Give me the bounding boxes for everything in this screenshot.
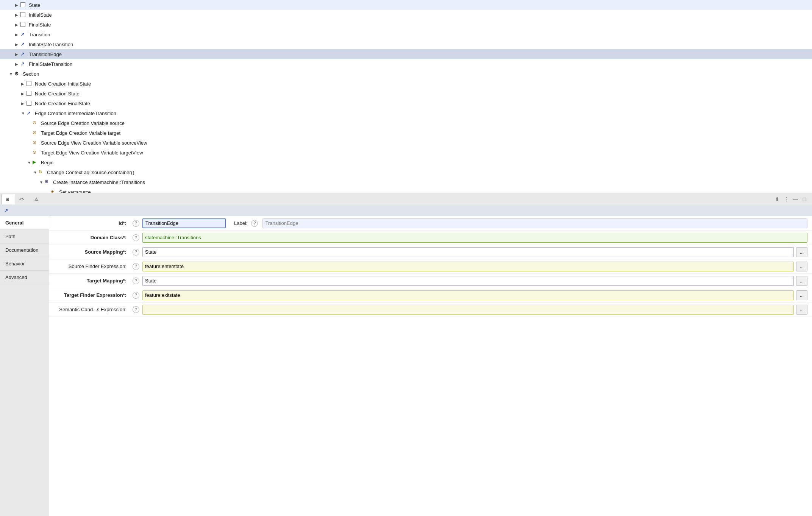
tree-icon-begin: ▶: [33, 159, 39, 165]
btn-source-finder-row[interactable]: ...: [796, 262, 807, 271]
form-label-target-finder-row: Target Finder Expression*:: [54, 292, 130, 298]
tree-label: Edge Creation intermediateTransition: [35, 111, 116, 116]
tree-arrow: ▼: [33, 170, 39, 175]
tree-arrow: ▼: [9, 72, 14, 76]
help-icon-target-mapping-row[interactable]: ?: [133, 277, 139, 284]
sidebar-item-general[interactable]: General: [0, 216, 49, 230]
tree-label: InitialState: [29, 12, 52, 18]
form-field-domain-class-row: [142, 233, 807, 243]
tree-item-nc-initialstate[interactable]: ▶Node Creation InitialState: [0, 79, 812, 89]
input-domain-class-row[interactable]: [142, 233, 807, 243]
tree-item-transitionedge[interactable]: ▶↗TransitionEdge: [0, 49, 812, 59]
input-id-row[interactable]: [142, 218, 226, 228]
tree-label: InitialStateTransition: [29, 42, 73, 47]
tree-icon-node: [20, 22, 27, 28]
tree-item-src-var[interactable]: ⊙Source Edge Creation Variable source: [0, 118, 812, 128]
label2-id-row: Label:: [234, 220, 247, 226]
minimize-button[interactable]: —: [792, 195, 799, 203]
btn-source-mapping-row[interactable]: ...: [796, 247, 807, 257]
tree-item-tgt-var[interactable]: ⊙Target Edge Creation Variable target: [0, 128, 812, 138]
section-title-icon: ↗: [4, 207, 8, 214]
tree-item-state[interactable]: ▶State: [0, 0, 812, 10]
tab-problems[interactable]: ⚠: [30, 194, 44, 204]
tree-item-finalstate[interactable]: ▶FinalState: [0, 20, 812, 30]
help-icon-semantic-cand-row[interactable]: ?: [133, 306, 139, 313]
tree-arrow: ▶: [15, 3, 20, 7]
tree-icon-edge: ↗: [27, 110, 33, 116]
tree-label: Node Creation FinalState: [35, 101, 90, 106]
export-button[interactable]: ⬆: [773, 195, 781, 203]
tree-icon-variable: ⊙: [33, 140, 39, 146]
input-target-mapping-row[interactable]: [142, 276, 794, 286]
form-row-target-finder-row: Target Finder Expression*:? ...: [49, 288, 812, 302]
sidebar-item-advanced[interactable]: Advanced: [0, 271, 49, 284]
form-row-source-mapping-row: Source Mapping*:? ...: [49, 245, 812, 259]
help-icon-source-finder-row[interactable]: ?: [133, 263, 139, 270]
input2-id-row[interactable]: [262, 218, 807, 228]
props-sidebar: GeneralPathDocumentationBehaviorAdvanced: [0, 216, 49, 516]
tab-properties[interactable]: ⊞: [2, 194, 15, 204]
form-row-target-mapping-row: Target Mapping*:? ...: [49, 274, 812, 288]
btn-target-finder-row[interactable]: ...: [796, 290, 807, 300]
maximize-button[interactable]: □: [801, 195, 808, 203]
tree-label: Create Instance statemachine::Transition…: [53, 179, 145, 185]
tree-label: TransitionEdge: [29, 51, 62, 57]
tree-item-nc-state[interactable]: ▶Node Creation State: [0, 89, 812, 98]
sidebar-item-documentation[interactable]: Documentation: [0, 243, 49, 257]
tree-item-initialstate[interactable]: ▶InitialState: [0, 10, 812, 20]
menu-button[interactable]: ⋮: [782, 195, 790, 203]
form-label-target-mapping-row: Target Mapping*:: [54, 278, 130, 284]
help-icon-id-row[interactable]: ?: [133, 220, 139, 227]
form-label-source-mapping-row: Source Mapping*:: [54, 249, 130, 255]
input-source-finder-row[interactable]: [142, 262, 794, 271]
tree-item-set-source[interactable]: ◈Set var:source: [0, 187, 812, 193]
tree-item-initialstatetransition[interactable]: ▶↗InitialStateTransition: [0, 39, 812, 49]
tree-item-create-inst[interactable]: ▼⊞Create Instance statemachine::Transiti…: [0, 177, 812, 187]
help-icon2-id-row[interactable]: ?: [251, 220, 258, 227]
help-icon-source-mapping-row[interactable]: ?: [133, 249, 139, 256]
tree-icon-set: ◈: [51, 189, 58, 193]
sidebar-item-behavior[interactable]: Behavior: [0, 257, 49, 271]
tree-item-finalstatetransition[interactable]: ▶↗FinalStateTransition: [0, 59, 812, 69]
tree-label: Begin: [41, 160, 53, 165]
tree-item-nc-finalstate[interactable]: ▶Node Creation FinalState: [0, 98, 812, 108]
tab-actions: ⬆ ⋮ — □: [773, 195, 810, 203]
tree-item-srcview-var[interactable]: ⊙Source Edge View Creation Variable sour…: [0, 138, 812, 148]
tree-label: Target Edge View Creation Variable targe…: [41, 150, 143, 156]
form-row-semantic-cand-row: Semantic Cand...s Expression:? ...: [49, 302, 812, 317]
tree-label: Target Edge Creation Variable target: [41, 130, 120, 136]
input-source-mapping-row[interactable]: [142, 247, 794, 257]
tree-item-transition[interactable]: ▶↗Transition: [0, 30, 812, 39]
tab-interpreter[interactable]: <>: [15, 194, 30, 204]
input-target-finder-row[interactable]: [142, 290, 794, 300]
tree-arrow: ▶: [21, 101, 27, 106]
btn-semantic-cand-row[interactable]: ...: [796, 305, 807, 315]
tree-label: Transition: [29, 32, 50, 37]
tree-item-section[interactable]: ▼⚙Section: [0, 69, 812, 79]
tree-icon-create: ⊞: [45, 179, 52, 185]
tree-label: Change Context aql:source.econtainer(): [47, 170, 134, 175]
btn-target-mapping-row[interactable]: ...: [796, 276, 807, 286]
tree-icon-node: [20, 2, 27, 8]
tree-item-begin[interactable]: ▼▶Begin: [0, 157, 812, 167]
help-icon-domain-class-row[interactable]: ?: [133, 234, 139, 241]
tree-icon-node: [27, 100, 33, 106]
tree-label: Node Creation State: [35, 91, 80, 97]
tree-arrow: ▶: [15, 52, 20, 56]
help-icon-target-finder-row[interactable]: ?: [133, 292, 139, 299]
tree-item-change-ctx[interactable]: ▼↻Change Context aql:source.econtainer(): [0, 167, 812, 177]
sidebar-item-path[interactable]: Path: [0, 230, 49, 243]
tree-label: Node Creation InitialState: [35, 81, 91, 87]
properties-panel: ⊞ <> ⚠ ⬆ ⋮ — □ ↗ GeneralPathDocumentatio…: [0, 193, 812, 516]
tree-icon-transition: ↗: [20, 41, 27, 47]
tree-icon-section: ⚙: [14, 71, 21, 77]
form-field-semantic-cand-row: ...: [142, 305, 807, 315]
input-semantic-cand-row[interactable]: [142, 305, 794, 315]
tree-arrow: ▶: [15, 13, 20, 17]
tree-item-tgtview-var[interactable]: ⊙Target Edge View Creation Variable targ…: [0, 148, 812, 157]
tree-item-ec-intermediate[interactable]: ▼↗Edge Creation intermediateTransition: [0, 108, 812, 118]
tree-icon-node: [27, 81, 33, 87]
tree-label: Source Edge Creation Variable source: [41, 120, 125, 126]
tree-arrow: ▶: [15, 42, 20, 47]
form-field-id-row: Label: ?: [142, 218, 807, 228]
